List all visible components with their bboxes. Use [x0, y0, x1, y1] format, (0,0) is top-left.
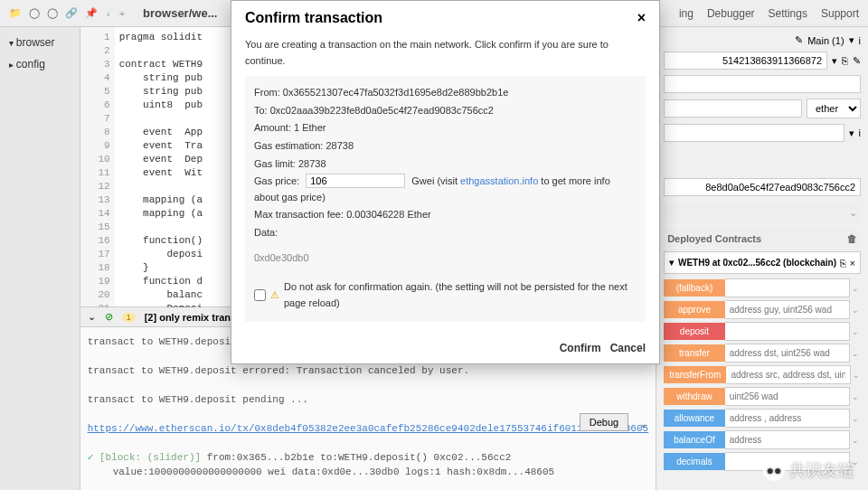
fn-row: transfer⌄	[664, 344, 861, 363]
modal-intro: You are creating a transaction on the ma…	[245, 37, 646, 69]
amount-value: 1 Ether	[294, 122, 326, 133]
fn-input[interactable]	[725, 278, 850, 297]
tab-debugger[interactable]: Debugger	[707, 7, 755, 20]
fn-button-transfer[interactable]: transfer	[664, 344, 725, 362]
copy-icon[interactable]: ⎘	[842, 55, 848, 66]
gas-input[interactable]	[664, 75, 861, 93]
tab-partial[interactable]: ing	[679, 7, 693, 20]
line-gutter: 1234567891011121314151617181920212223242…	[80, 27, 115, 306]
dropdown-icon[interactable]: ▾	[849, 34, 854, 46]
fn-input[interactable]	[725, 409, 850, 428]
fn-button-allowance[interactable]: allowance	[664, 410, 725, 427]
fn-button-withdraw[interactable]: withdraw	[664, 388, 725, 405]
link-icon[interactable]: 🔗	[65, 7, 78, 19]
tab-settings[interactable]: Settings	[769, 7, 807, 20]
chevron-down-icon[interactable]: ⌄	[850, 306, 861, 315]
sidebar-item-config[interactable]: config	[0, 53, 80, 75]
sidebar-item-browser[interactable]: browser	[0, 32, 80, 53]
etherscan-link[interactable]: https://www.etherscan.io/tx/0x8deb4f0538…	[88, 423, 649, 434]
confirm-button[interactable]: Confirm	[560, 342, 601, 354]
dropdown-icon[interactable]: ▾	[849, 127, 854, 139]
collapse-icon[interactable]: ⌄	[88, 311, 96, 323]
unit-select[interactable]: ether	[807, 99, 861, 118]
pen-icon[interactable]: ✎	[795, 34, 803, 46]
plus-icon[interactable]: +	[119, 8, 125, 19]
circle-icon-2[interactable]: ◯	[47, 7, 58, 19]
fn-button-transferFrom[interactable]: transferFrom	[664, 366, 726, 383]
caret-icon[interactable]: ▾	[669, 257, 675, 269]
fn-input[interactable]	[725, 387, 850, 406]
maxfee-label: Max transaction fee:	[254, 209, 344, 220]
to-label: To:	[254, 105, 268, 116]
sidebar-label: browser	[16, 36, 55, 49]
fn-input[interactable]	[725, 344, 850, 363]
info-icon[interactable]: i	[859, 35, 861, 46]
fn-row: transferFrom⌄	[664, 365, 861, 384]
value-input[interactable]	[664, 99, 802, 118]
trash-icon[interactable]: 🗑	[847, 233, 857, 244]
dropdown-icon[interactable]: ▾	[832, 55, 837, 67]
section-caret[interactable]: ⌄	[664, 203, 861, 222]
close-icon[interactable]: ×	[850, 258, 855, 269]
edit-icon[interactable]: ✎	[853, 55, 861, 67]
fn-input[interactable]	[725, 300, 850, 319]
chevron-down-icon[interactable]: ⌄	[850, 436, 861, 445]
chevron-down-icon[interactable]: ⌄	[850, 349, 861, 358]
deployed-name: WETH9 at 0xc02...56cc2 (blockchain)	[678, 258, 836, 268]
fn-button-approve[interactable]: approve	[664, 301, 725, 318]
at-address-input[interactable]	[664, 178, 861, 196]
gas-est-label: Gas estimation:	[254, 140, 323, 151]
confirm-modal: Confirm transaction × You are creating a…	[231, 0, 660, 364]
debug-button[interactable]: Debug	[580, 413, 628, 431]
close-icon[interactable]: ×	[637, 10, 646, 26]
tab-support[interactable]: Support	[821, 7, 859, 20]
ethgasstation-link[interactable]: ethgasstation.info	[460, 175, 538, 186]
fn-row: balanceOf⌄	[664, 430, 861, 449]
gas-lim-value: 28738	[298, 158, 326, 169]
copy-icon[interactable]: ⎘	[840, 258, 846, 269]
account-input[interactable]	[664, 52, 827, 70]
wechat-icon: ●●	[763, 459, 785, 481]
clear-icon[interactable]: ⊘	[105, 311, 113, 323]
gas-price-label: Gas price:	[254, 175, 299, 186]
fn-row: allowance⌄	[664, 409, 861, 428]
warning-icon: ⚠	[270, 287, 279, 304]
log-line: transact to WETH9.deposit pending ...	[88, 392, 649, 407]
chevron-down-icon[interactable]: ⌄	[851, 371, 861, 380]
gwei-text: Gwei (visit	[411, 175, 460, 186]
top-icons: 📁 ◯ ◯ 🔗 📌	[9, 7, 98, 19]
info-icon[interactable]: i	[859, 127, 861, 138]
fn-row: approve⌄	[664, 300, 861, 319]
sidebar-label: config	[16, 58, 45, 71]
fn-button-balanceOf[interactable]: balanceOf	[664, 431, 725, 448]
pending-badge: 1	[122, 313, 136, 322]
fn-input[interactable]	[725, 322, 850, 341]
dont-ask-checkbox[interactable]	[254, 289, 266, 301]
chevron-down-icon[interactable]: ⌄	[850, 392, 861, 401]
circle-icon[interactable]: ◯	[29, 7, 40, 19]
contract-select[interactable]	[664, 124, 844, 142]
sidebar: browser config	[0, 27, 80, 490]
fn-button-deposit[interactable]: deposit	[664, 323, 725, 340]
fn-row: withdraw⌄	[664, 387, 861, 406]
fn-input[interactable]	[726, 365, 851, 384]
pin-icon[interactable]: 📌	[85, 7, 98, 19]
fn-input[interactable]	[725, 430, 850, 449]
fn-row: deposit⌄	[664, 322, 861, 341]
log-line: ✓ [block: (slider)] from:0x365...b2b1e t…	[88, 450, 649, 465]
chevron-down-icon[interactable]: ⌄	[850, 327, 861, 336]
breadcrumb: browser/we...	[143, 6, 217, 20]
arrow-left-icon[interactable]: ‹	[107, 8, 110, 19]
chevron-down-icon[interactable]: ⌄	[850, 284, 861, 293]
from-label: From:	[254, 87, 280, 98]
gas-price-input[interactable]	[306, 174, 405, 188]
cancel-button[interactable]: Cancel	[610, 342, 646, 354]
fn-button-decimals[interactable]: decimals	[664, 453, 725, 470]
fn-button-fallback[interactable]: (fallback)	[664, 279, 725, 297]
data-label: Data:	[254, 225, 637, 241]
deployed-instance[interactable]: ▾ WETH9 at 0xc02...56cc2 (blockchain) ⎘ …	[664, 251, 861, 274]
folder-icon[interactable]: 📁	[9, 7, 22, 19]
expand-icon[interactable]: ⌄	[641, 417, 647, 431]
deployed-title: Deployed Contracts	[667, 233, 761, 244]
chevron-down-icon[interactable]: ⌄	[850, 414, 861, 423]
